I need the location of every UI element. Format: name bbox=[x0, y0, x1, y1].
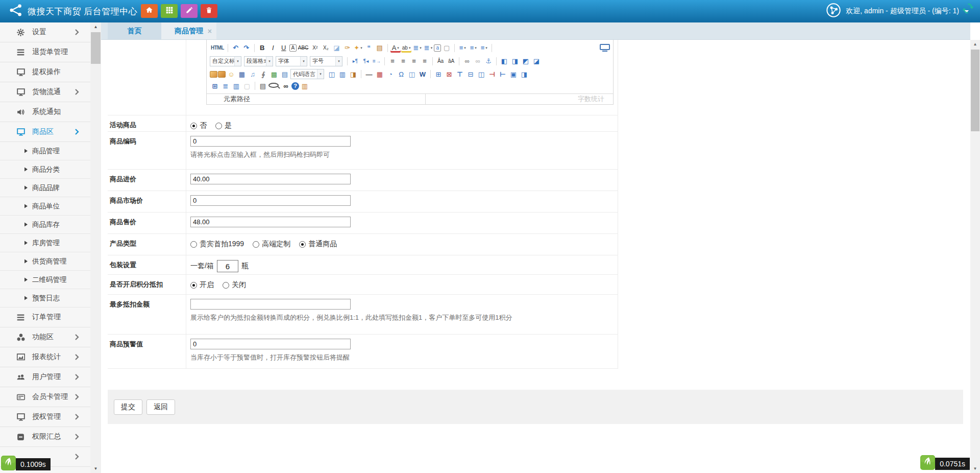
help-icon[interactable]: ? bbox=[291, 82, 299, 90]
anchor-icon[interactable]: ⚓ bbox=[483, 57, 494, 66]
radio-checked-icon[interactable] bbox=[299, 241, 306, 248]
trace-badge-left[interactable]: 0.1009s bbox=[1, 456, 51, 472]
table-row-ops-icon[interactable]: ≣ bbox=[220, 81, 231, 90]
apps-grid-button[interactable] bbox=[161, 4, 178, 18]
radio-option[interactable]: 贵宾首拍1999 bbox=[190, 240, 244, 249]
sidebar-item[interactable]: 退货单管理 bbox=[0, 42, 90, 62]
indent-icon[interactable]: ≡→ bbox=[372, 57, 382, 66]
paste-text-icon[interactable]: ▤ bbox=[375, 43, 385, 53]
word-import-icon[interactable]: W bbox=[418, 69, 428, 79]
insert-time-icon[interactable]: ◔ bbox=[385, 69, 396, 79]
radio-option[interactable]: 开启 bbox=[190, 280, 214, 290]
delete-table-icon[interactable]: ⊠ bbox=[444, 69, 454, 79]
back-button[interactable]: 返回 bbox=[146, 399, 175, 415]
clipboard-icon[interactable]: ▥ bbox=[300, 81, 310, 90]
scroll-down-icon[interactable]: ▼ bbox=[90, 464, 101, 473]
insert-columns-icon[interactable]: ▥ bbox=[337, 69, 348, 79]
bold-icon[interactable]: B bbox=[257, 43, 267, 53]
edit-pencil-button[interactable] bbox=[181, 4, 198, 18]
multi-image-icon[interactable] bbox=[218, 71, 226, 78]
sidebar-subitem[interactable]: 商品库存 bbox=[0, 216, 90, 234]
print-icon[interactable]: ▤ bbox=[258, 81, 268, 90]
screenshot-icon[interactable]: ◨ bbox=[348, 69, 358, 79]
ordered-list-icon[interactable]: ≣▾ bbox=[412, 43, 422, 53]
link-icon[interactable]: ∞ bbox=[462, 57, 472, 66]
sidebar-subitem[interactable]: 库房管理 bbox=[0, 234, 90, 252]
underline-icon[interactable]: U bbox=[279, 43, 289, 53]
product-code-input[interactable] bbox=[190, 136, 351, 147]
font-border-icon[interactable]: A bbox=[289, 44, 297, 52]
page-break-icon[interactable]: ◫ bbox=[407, 69, 417, 79]
full-table-icon[interactable]: ⊞ bbox=[210, 81, 220, 90]
eraser-icon[interactable]: ◪ bbox=[331, 43, 341, 53]
emoji-icon[interactable]: ☺ bbox=[226, 69, 236, 79]
new-page-icon[interactable]: ▢ bbox=[442, 43, 452, 53]
rtl-paragraph-icon[interactable]: ¶◂ bbox=[361, 57, 371, 66]
blockquote-icon[interactable]: “ bbox=[364, 43, 374, 53]
blank-doc-icon[interactable]: ▢ bbox=[242, 81, 252, 90]
selling-price-input[interactable] bbox=[190, 217, 351, 227]
preview-icon[interactable] bbox=[268, 83, 279, 88]
user-menu[interactable]: 欢迎, admin - 超级管理员 - (编号: 1) bbox=[826, 0, 969, 22]
image-center-icon[interactable]: ◪ bbox=[531, 57, 542, 66]
close-tab-icon[interactable]: × bbox=[208, 27, 212, 35]
insert-row-icon[interactable]: ⊟ bbox=[465, 69, 476, 79]
sidebar-item[interactable]: 权限汇总 bbox=[0, 427, 90, 447]
tab-home[interactable]: 首页 bbox=[108, 22, 161, 39]
tab-product-management[interactable]: 商品管理× bbox=[161, 22, 216, 39]
align-left-icon[interactable]: ≡ bbox=[387, 57, 398, 66]
insert-image-icon[interactable] bbox=[210, 71, 217, 78]
table-props-icon[interactable]: ▣ bbox=[508, 69, 519, 79]
auto-typeset-icon[interactable]: ✦▾ bbox=[353, 43, 363, 53]
font-color-icon[interactable]: A▾ bbox=[390, 43, 401, 53]
radio-icon[interactable] bbox=[253, 241, 259, 248]
radio-option[interactable]: 关闭 bbox=[223, 280, 246, 290]
split-cells-icon[interactable]: ⊢ bbox=[498, 69, 508, 79]
align-justify-icon[interactable]: ≡ bbox=[420, 57, 430, 66]
insert-col-icon[interactable]: ◫ bbox=[476, 69, 486, 79]
sidebar-subitem[interactable]: 预警日志 bbox=[0, 289, 90, 308]
radio-option[interactable]: 否 bbox=[190, 121, 207, 130]
radio-option[interactable]: 普通商品 bbox=[299, 240, 337, 249]
sidebar-item[interactable]: 授权管理 bbox=[0, 407, 90, 427]
sidebar-item[interactable]: 功能区 bbox=[0, 327, 90, 347]
radio-icon[interactable] bbox=[215, 123, 222, 129]
sidebar-subitem[interactable]: 商品品牌 bbox=[0, 179, 90, 197]
line-height-icon[interactable]: ≡▾ bbox=[479, 43, 489, 53]
package-setting-input[interactable] bbox=[217, 260, 238, 272]
paragraph-format-select[interactable]: 段落格式▾ bbox=[244, 56, 273, 66]
stock-warning-value-input[interactable] bbox=[190, 339, 351, 349]
insert-map-icon[interactable]: ▩ bbox=[269, 69, 279, 79]
radio-option[interactable]: 高端定制 bbox=[253, 240, 290, 249]
radio-checked-icon[interactable] bbox=[190, 123, 197, 129]
rich-text-editor[interactable]: HTML↶↷BIUAABCX²X₂◪✑✦▾“▤A▾ab▾≣▾≣▾a▢≡▾≡▾≡▾… bbox=[206, 40, 614, 105]
sidebar-item[interactable]: 商品区 bbox=[0, 122, 90, 142]
scrollbar-thumb[interactable] bbox=[91, 32, 101, 64]
font-family-select[interactable]: 字体▾ bbox=[276, 56, 307, 66]
redo-icon[interactable]: ↷ bbox=[241, 43, 252, 53]
custom-title-select[interactable]: 自定义标题▾ bbox=[210, 56, 241, 66]
insert-document-icon[interactable]: ▤ bbox=[280, 69, 290, 79]
unlink-icon[interactable]: ∞ bbox=[473, 57, 483, 66]
letter-spacing-icon[interactable]: Âa bbox=[435, 57, 446, 66]
superscript-icon[interactable]: X² bbox=[310, 43, 320, 53]
sidebar-item[interactable]: 会员卡管理 bbox=[0, 387, 90, 407]
scroll-up-icon[interactable]: ▲ bbox=[90, 22, 101, 31]
sidebar-item[interactable]: 提权操作 bbox=[0, 62, 90, 82]
font-size-select[interactable]: 字号▾ bbox=[310, 56, 342, 66]
paragraph-spacing-bottom-icon[interactable]: ≡▾ bbox=[468, 43, 478, 53]
ltr-paragraph-icon[interactable]: ▸¶ bbox=[350, 57, 360, 66]
sidebar-item[interactable]: 系统通知 bbox=[0, 102, 90, 122]
insert-date-icon[interactable]: ▦ bbox=[375, 69, 385, 79]
italic-icon[interactable]: I bbox=[268, 43, 278, 53]
max-deduction-amount-input[interactable] bbox=[190, 299, 351, 310]
scroll-down-icon[interactable]: ▼ bbox=[970, 464, 980, 473]
anchor-inline-icon[interactable]: a bbox=[434, 44, 441, 52]
undo-icon[interactable]: ↶ bbox=[231, 43, 241, 53]
table-title-icon[interactable]: ⊤ bbox=[455, 69, 465, 79]
unordered-list-icon[interactable]: ≣▾ bbox=[423, 43, 433, 53]
image-float-left-icon[interactable]: ◧ bbox=[499, 57, 509, 66]
horizontal-rule-icon[interactable]: — bbox=[364, 69, 374, 79]
sidebar-item[interactable]: 报表统计 bbox=[0, 347, 90, 367]
code-block-icon[interactable]: ◫ bbox=[327, 69, 337, 79]
